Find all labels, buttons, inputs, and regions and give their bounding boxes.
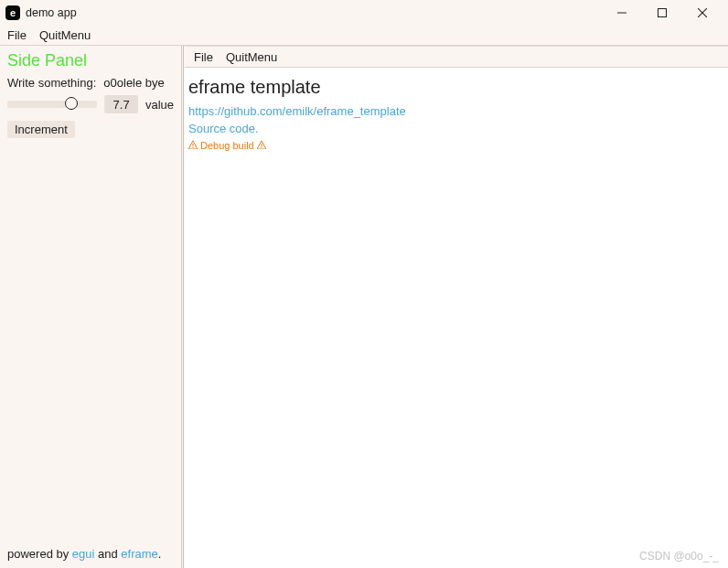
value-slider[interactable] [7,98,97,111]
slider-row: 7.7 value [7,95,174,113]
central-panel: File QuitMenu eframe template https://gi… [185,46,728,568]
warning-icon [188,141,198,149]
egui-link[interactable]: egui [72,547,95,561]
minimize-button[interactable] [602,0,642,26]
outer-menu-file[interactable]: File [7,28,27,42]
app-window: e demo app File QuitMenu Side Panel Writ… [0,0,728,568]
svg-rect-1 [658,9,667,17]
increment-button[interactable]: Increment [7,121,75,138]
outer-menubar: File QuitMenu [0,26,728,46]
source-code-link[interactable]: Source code. [188,121,719,138]
close-button[interactable] [682,0,723,26]
side-panel-heading: Side Panel [7,51,174,70]
eframe-link[interactable]: eframe [121,547,157,561]
footer-text-suffix: . [158,547,162,561]
warning-icon [257,141,266,149]
app-body: Side Panel Write something: o0olele bye … [0,46,728,568]
footer-text-and: and [94,547,121,561]
window-titlebar[interactable]: e demo app [0,0,728,26]
debug-build-text: Debug build [200,140,254,151]
maximize-button[interactable] [642,0,682,26]
slider-track [7,101,97,108]
central-heading: eframe template [188,77,719,98]
write-label: Write something: [7,76,96,90]
inner-menu-file[interactable]: File [194,50,213,64]
outer-menu-quit[interactable]: QuitMenu [39,28,91,42]
slider-numeric-value[interactable]: 7.7 [104,95,138,113]
debug-build-label: Debug build [188,140,719,151]
window-title: demo app [26,6,77,19]
watermark: CSDN @o0o_-_ [639,550,719,563]
write-input[interactable]: o0olele bye [103,76,174,90]
svg-point-9 [261,147,262,148]
central-content: eframe template https://github.com/emilk… [185,68,728,568]
svg-point-6 [192,147,193,148]
repo-link[interactable]: https://github.com/emilk/eframe_template [188,103,719,121]
inner-menu-quit[interactable]: QuitMenu [226,50,277,64]
side-footer: powered by egui and eframe. [7,547,174,564]
inner-menubar: File QuitMenu [185,46,728,68]
write-row: Write something: o0olele bye [7,76,174,90]
app-icon: e [5,5,20,20]
slider-value-label: value [145,98,174,112]
side-panel: Side Panel Write something: o0olele bye … [0,46,182,568]
footer-text-prefix: powered by [7,547,72,561]
